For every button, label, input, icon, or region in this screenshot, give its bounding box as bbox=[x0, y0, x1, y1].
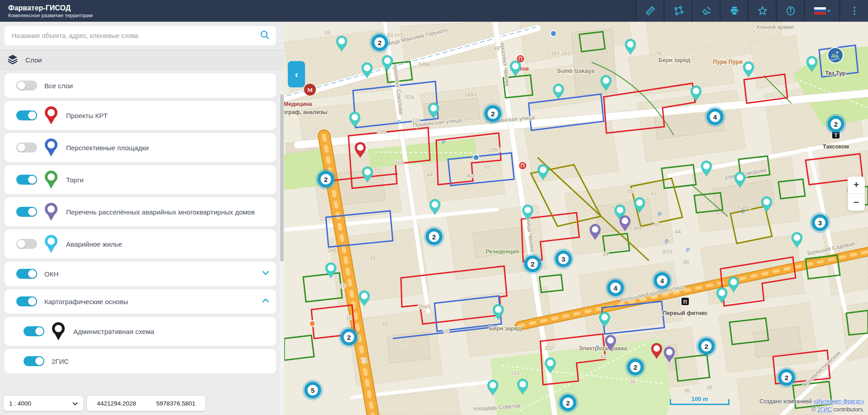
layer-toggle[interactable] bbox=[24, 356, 44, 366]
poi-parking[interactable]: P bbox=[397, 119, 401, 126]
layer-item-8[interactable]: Административная схема bbox=[5, 317, 276, 346]
zoom-out-button[interactable]: − bbox=[848, 194, 865, 211]
house-number: 49 bbox=[494, 46, 500, 51]
measure-distance-button[interactable] bbox=[635, 0, 663, 22]
language-ru-button[interactable] bbox=[804, 0, 839, 22]
map-cluster[interactable]: 2 bbox=[339, 327, 359, 348]
print-button[interactable] bbox=[720, 0, 748, 22]
map-cluster[interactable]: 2 bbox=[825, 114, 846, 134]
zoom-in-button[interactable]: + bbox=[848, 176, 865, 194]
layer-toggle[interactable] bbox=[16, 296, 37, 306]
map-cluster[interactable]: 5 bbox=[302, 380, 323, 401]
dot-orange-poi-icon[interactable] bbox=[310, 321, 315, 327]
layer-item-2[interactable]: Перспективные площадки bbox=[5, 133, 276, 162]
poi-parking[interactable]: P bbox=[741, 209, 745, 215]
layer-pin-icon bbox=[43, 138, 59, 157]
poi-label[interactable]: Первый фитнес bbox=[663, 310, 707, 316]
photo-poi-icon[interactable] bbox=[828, 48, 843, 63]
map-cluster[interactable]: 2 bbox=[558, 392, 578, 413]
poi-пури-пури[interactable]: Пури Пури bbox=[713, 59, 743, 65]
layer-item-9[interactable]: 2ГИС bbox=[5, 349, 276, 373]
layer-toggle[interactable] bbox=[16, 207, 37, 217]
scrollbar-thumb[interactable] bbox=[280, 94, 284, 262]
poi-label[interactable]: Пури Пури bbox=[713, 59, 743, 65]
layer-item-7[interactable]: Картографические основы bbox=[5, 289, 276, 314]
sidebar-collapse-button[interactable]: ‹ bbox=[288, 61, 305, 87]
favorites-button[interactable] bbox=[748, 0, 776, 22]
poi-dot-blue[interactable] bbox=[551, 31, 557, 37]
map-cluster[interactable]: 4 bbox=[705, 106, 725, 127]
map-cluster[interactable]: 2 bbox=[625, 357, 646, 377]
scalebar-label: 100 m bbox=[670, 396, 730, 402]
poi-label[interactable]: бильная Медицина bbox=[284, 101, 313, 107]
more-menu-button[interactable] bbox=[839, 0, 868, 22]
house-number: 44 bbox=[675, 229, 681, 234]
layer-toggle[interactable] bbox=[16, 81, 37, 91]
poi-label[interactable]: чи, УЗИ, маммограф, анализы bbox=[284, 109, 328, 115]
poi-label[interactable]: Тез Тур bbox=[825, 70, 846, 76]
poi-бери-заряд[interactable]: Бери заряд bbox=[658, 57, 690, 63]
layer-item-5[interactable]: Аварийное жилье bbox=[5, 229, 276, 258]
poi-label[interactable]: Бери заряд bbox=[489, 325, 521, 332]
poi-parking[interactable]: P bbox=[658, 211, 662, 218]
map-cluster[interactable]: 4 bbox=[652, 270, 672, 291]
poi-sumo-izakaya[interactable]: Sumo Izakaya bbox=[557, 68, 595, 74]
map-cluster[interactable]: 4 bbox=[605, 277, 626, 298]
dot-blue-poi-icon[interactable] bbox=[473, 155, 479, 161]
map-cluster[interactable]: 2 bbox=[482, 103, 503, 124]
sidebar-scrollbar[interactable] bbox=[280, 91, 284, 415]
layers-panel-header[interactable]: Слои bbox=[0, 50, 284, 70]
poi-label[interactable]: Бери заряд bbox=[658, 57, 690, 63]
star-icon bbox=[757, 5, 768, 16]
poi-shield[interactable] bbox=[519, 162, 527, 170]
poi-label[interactable]: Sumo Izakaya bbox=[557, 68, 595, 74]
chevron-down-icon bbox=[262, 270, 270, 278]
layer-toggle[interactable] bbox=[16, 143, 37, 153]
map-cluster[interactable]: 2 bbox=[369, 32, 390, 53]
layer-item-3[interactable]: Торги bbox=[5, 165, 276, 194]
poi-parking[interactable]: P bbox=[686, 247, 690, 253]
dot-blue-poi-icon[interactable] bbox=[551, 31, 557, 37]
poi-резиденция[interactable]: Резиденция bbox=[486, 248, 519, 255]
layer-toggle[interactable] bbox=[24, 326, 44, 336]
poi-электрозаправка[interactable]: Электрозаправка bbox=[579, 345, 628, 352]
map-canvas[interactable]: улица Максима Горькогопроспект СоколоваП… bbox=[284, 22, 868, 415]
poi-label[interactable]: Таксоком bbox=[823, 143, 849, 150]
layer-item-4[interactable]: Перечень расселённых аварийных многоквар… bbox=[5, 197, 276, 226]
restaurant-icon[interactable] bbox=[519, 162, 527, 170]
search-input[interactable] bbox=[11, 32, 260, 40]
poi-чи-узи-маммограф-анализы[interactable]: чи, УЗИ, маммограф, анализы bbox=[284, 109, 328, 115]
info-button[interactable] bbox=[776, 0, 804, 22]
layer-toggle[interactable] bbox=[16, 175, 37, 185]
layer-item-0[interactable]: Все слои bbox=[5, 73, 276, 98]
layer-pin-icon bbox=[51, 321, 66, 341]
map-cluster[interactable]: 2 bbox=[776, 367, 797, 388]
poi-label[interactable]: Электрозаправка bbox=[579, 345, 628, 352]
coordinate-y: 5978376.5801 bbox=[156, 400, 195, 407]
poi-parking[interactable]: P bbox=[665, 239, 668, 245]
poi-dot-orange[interactable] bbox=[310, 321, 315, 327]
house-number: 73 bbox=[401, 340, 406, 345]
layer-item-1[interactable]: Проекты КРТ bbox=[5, 101, 276, 130]
map-cluster[interactable]: 2 bbox=[315, 169, 336, 190]
map-cluster[interactable]: 2 bbox=[696, 336, 717, 357]
scale-select[interactable]: 1 : 4000 bbox=[4, 396, 83, 411]
map-cluster[interactable]: 2 bbox=[522, 253, 543, 274]
poi-бери-заряд[interactable]: Бери заряд bbox=[489, 325, 521, 332]
attribution-2gis-link[interactable]: 2ГИС bbox=[817, 406, 832, 413]
layer-item-6[interactable]: ОКН bbox=[5, 262, 276, 286]
map-cluster[interactable]: 2 bbox=[424, 226, 444, 247]
layer-toggle[interactable] bbox=[16, 110, 37, 120]
attribution-company-link[interactable]: «Интернет-Фрегат» bbox=[813, 398, 864, 405]
layer-toggle[interactable] bbox=[16, 239, 37, 249]
cluster-count: 4 bbox=[614, 284, 618, 292]
poi-parking[interactable]: P bbox=[442, 139, 445, 145]
poi-dot-blue[interactable] bbox=[473, 155, 479, 161]
search-icon[interactable] bbox=[260, 30, 270, 42]
layer-toggle[interactable] bbox=[16, 269, 37, 279]
measure-area-button[interactable] bbox=[663, 0, 692, 22]
clear-map-button[interactable] bbox=[692, 0, 720, 22]
map-cluster[interactable]: 3 bbox=[553, 248, 574, 269]
poi-label[interactable]: Резиденция bbox=[486, 248, 519, 255]
map-cluster[interactable]: 3 bbox=[810, 212, 830, 233]
